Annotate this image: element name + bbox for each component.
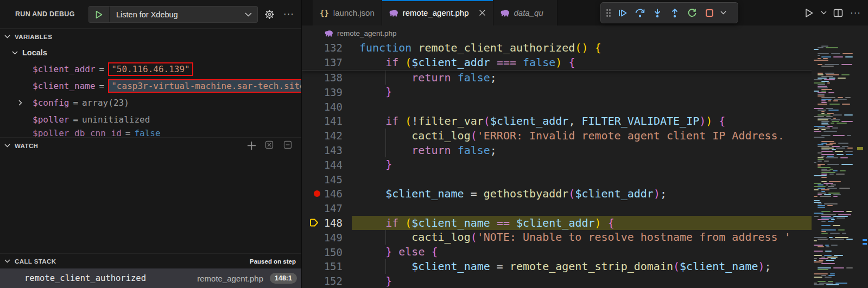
gear-icon[interactable]	[263, 8, 275, 20]
watch-section-header[interactable]: WATCH	[0, 137, 301, 153]
code-line-content[interactable]: if ($client_addr === false) {	[352, 55, 868, 70]
line-number[interactable]: 142	[302, 130, 352, 142]
breadcrumb[interactable]: remote_agent.php	[302, 25, 868, 41]
close-icon[interactable]	[479, 9, 486, 16]
code-line-content[interactable]: cacti_log('ERROR: Invalid remote agent c…	[352, 129, 868, 143]
line-number[interactable]: 138	[302, 72, 352, 84]
code-line-145[interactable]: 145	[302, 172, 868, 187]
more-actions-icon[interactable]: ···	[848, 6, 863, 20]
line-number[interactable]: 132	[302, 42, 352, 54]
step-out-icon[interactable]	[666, 4, 683, 22]
code-line-146[interactable]: 146 $client_name = gethostbyaddr($client…	[302, 187, 868, 201]
stack-frame-row[interactable]: remote_client_authorized remote_agent.ph…	[0, 268, 301, 288]
line-number[interactable]: 152	[302, 275, 352, 287]
variable-value-highlighted: "50.116.46.139"	[108, 62, 193, 76]
code-line-content[interactable]: }	[352, 157, 868, 172]
code-line-141[interactable]: 141 if (!filter_var($client_addr, FILTER…	[302, 114, 868, 129]
variable-client-name[interactable]: $client_name = "casp3r-virtual-machine.s…	[0, 78, 301, 94]
code-line-content[interactable]: if ($client_name == $client_addr) {	[352, 216, 868, 231]
continue-icon[interactable]	[614, 4, 631, 22]
line-number[interactable]: 151	[302, 260, 352, 272]
launch-config-dropdown[interactable]: Listen for Xdebug	[88, 6, 258, 23]
code-line-content[interactable]: function remote_client_authorized() {	[352, 41, 868, 55]
code-line-content[interactable]: return false;	[352, 71, 868, 85]
scope-locals[interactable]: Locals	[0, 44, 301, 61]
add-expression-icon[interactable]	[246, 140, 257, 151]
code-line-content[interactable]: }	[352, 274, 868, 288]
step-into-icon[interactable]	[649, 4, 666, 22]
code-line-content[interactable]: return false;	[352, 143, 868, 158]
split-editor-icon[interactable]	[831, 6, 845, 20]
code-line-139[interactable]: 139 }	[302, 85, 868, 99]
line-number[interactable]: 148	[302, 217, 352, 229]
sticky-scroll[interactable]: 132function remote_client_authorized() {…	[302, 41, 868, 71]
code-line-142[interactable]: 142 cacti_log('ERROR: Invalid remote age…	[302, 129, 868, 143]
stop-icon[interactable]	[701, 4, 718, 22]
code-line-content[interactable]: $client_name = gethostbyaddr($client_add…	[352, 187, 868, 201]
code-line-content[interactable]: cacti_log('NOTE: Unable to resolve hostn…	[352, 230, 868, 245]
line-number[interactable]: 149	[302, 232, 352, 244]
code-lines[interactable]: 138 return false;139 }140141 if (!filter…	[302, 71, 868, 288]
code-line-content[interactable]: }	[352, 85, 868, 99]
code-line-152[interactable]: 152 }	[302, 274, 868, 288]
code-line-147[interactable]: 147	[302, 201, 868, 216]
line-number[interactable]: 147	[302, 202, 352, 214]
code-line-content[interactable]: } else {	[352, 245, 868, 259]
code-line-144[interactable]: 144 }	[302, 157, 868, 172]
tab-remote-agent-php[interactable]: remote_agent.php	[382, 0, 493, 25]
code-line-140[interactable]: 140	[302, 99, 868, 114]
watch-title: WATCH	[15, 143, 38, 149]
chevron-right-icon[interactable]	[18, 100, 22, 106]
code-line-149[interactable]: 149 cacti_log('NOTE: Unable to resolve h…	[302, 230, 868, 245]
variables-section-header[interactable]: VARIABLES	[0, 28, 301, 44]
tab-data-query[interactable]: data_qu	[493, 0, 557, 25]
tab-launch-json[interactable]: {} launch.json	[313, 0, 382, 25]
code-editor[interactable]: 132function remote_client_authorized() {…	[302, 41, 868, 288]
code-line-151[interactable]: 151 $client_name = remote_agent_strip_do…	[302, 259, 868, 274]
run-and-debug-sidebar: RUN AND DEBUG Listen for Xdebug ··· VARI…	[0, 0, 301, 288]
toolbar-more-chevron-icon[interactable]	[718, 4, 728, 22]
remove-all-expressions-icon[interactable]	[264, 140, 275, 151]
code-line-content[interactable]: $client_name = remote_agent_strip_domain…	[352, 259, 868, 274]
indent-guide	[385, 259, 386, 274]
variable-client-addr[interactable]: $client_addr = "50.116.46.139"	[0, 61, 301, 78]
debug-toolbar	[600, 2, 738, 23]
run-or-debug-icon[interactable]	[802, 6, 816, 20]
restart-icon[interactable]	[683, 4, 701, 22]
ruler-current-line-mark	[857, 147, 863, 150]
code-line-148[interactable]: 148 if ($client_name == $client_addr) {	[302, 216, 868, 231]
php-file-icon	[500, 9, 510, 17]
variables-title: VARIABLES	[15, 34, 52, 40]
launch-config-label: Listen for Xdebug	[110, 10, 239, 19]
drag-handle-icon[interactable]	[603, 4, 614, 22]
line-number[interactable]: 141	[302, 115, 352, 127]
breakpoint-icon[interactable]	[314, 190, 320, 197]
line-number[interactable]: 150	[302, 246, 352, 258]
line-number[interactable]: 146	[302, 188, 352, 200]
code-line-143[interactable]: 143 return false;	[302, 143, 868, 158]
code-line-132[interactable]: 132function remote_client_authorized() {	[302, 41, 868, 55]
variable-poller-db-cnn-id[interactable]: $poller_db_cnn_id = false	[0, 128, 301, 137]
minimap[interactable]	[812, 41, 856, 288]
line-number[interactable]: 140	[302, 101, 352, 113]
start-debugging-button[interactable]	[89, 7, 110, 22]
frame-position-badge: 148:1	[270, 273, 297, 284]
more-actions-icon[interactable]: ···	[283, 8, 295, 20]
code-line-150[interactable]: 150 } else {	[302, 245, 868, 259]
line-number[interactable]: 137	[302, 56, 352, 68]
line-number[interactable]: 143	[302, 144, 352, 156]
collapse-all-icon[interactable]	[283, 140, 294, 151]
run-dropdown-chevron-icon[interactable]	[819, 6, 828, 20]
line-number[interactable]: 139	[302, 86, 352, 98]
line-number[interactable]: 144	[302, 159, 352, 171]
step-over-icon[interactable]	[631, 4, 649, 22]
indent-guide	[385, 129, 386, 143]
code-line-138[interactable]: 138 return false;	[302, 71, 868, 85]
code-line-content[interactable]: if (!filter_var($client_addr, FILTER_VAL…	[352, 114, 868, 129]
chevron-down-icon	[4, 144, 10, 148]
variable-poller[interactable]: $poller = uninitialized	[0, 111, 301, 128]
variable-config[interactable]: $config = array(23)	[0, 94, 301, 111]
call-stack-section-header[interactable]: CALL STACK Paused on step	[0, 253, 301, 268]
code-line-137[interactable]: 137 if ($client_addr === false) {	[302, 55, 868, 70]
line-number[interactable]: 145	[302, 174, 352, 185]
